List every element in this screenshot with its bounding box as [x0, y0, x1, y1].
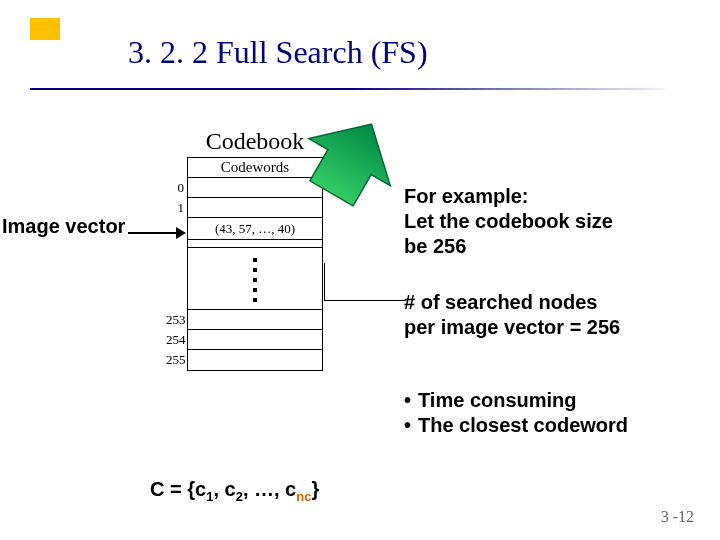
text-line: The closest codeword — [418, 414, 628, 436]
image-vector-label: Image vector — [2, 215, 125, 238]
searched-nodes-text-block: # of searched nodes per image vector = 2… — [404, 290, 620, 340]
bullet-line: •The closest codeword — [404, 413, 628, 438]
table-row: 255 — [188, 350, 322, 370]
table-row — [188, 240, 322, 248]
row-index: 1 — [166, 200, 184, 216]
text-line: For example: — [404, 184, 613, 209]
row-index: 253 — [166, 312, 184, 328]
text-line: per image vector = 256 — [404, 315, 620, 340]
row-index: 254 — [166, 332, 184, 348]
eq-part: C = {c — [150, 478, 206, 500]
page-number: 3 -12 — [661, 508, 694, 526]
row-index: 0 — [166, 180, 184, 196]
text-line: Time consuming — [418, 389, 577, 411]
eq-sub: nc — [296, 489, 311, 504]
eq-sub: 2 — [236, 489, 243, 504]
green-big-arrow-icon — [284, 108, 414, 218]
text-line: be 256 — [404, 234, 613, 259]
connector-line — [324, 300, 406, 301]
codeword-set-equation: C = {c1, c2, …, cnc} — [150, 478, 319, 504]
eq-part: } — [311, 478, 319, 500]
title-bullet-decoration — [30, 18, 60, 40]
eq-part: , …, c — [243, 478, 296, 500]
text-line: Let the codebook size — [404, 209, 613, 234]
notes-text-block: •Time consuming •The closest codeword — [404, 388, 628, 438]
page-title: 3. 2. 2 Full Search (FS) — [128, 34, 428, 71]
example-text-block: For example: Let the codebook size be 25… — [404, 184, 613, 259]
table-row: 254 — [188, 330, 322, 350]
bullet-line: •Time consuming — [404, 388, 628, 413]
vertical-ellipsis — [188, 248, 322, 310]
highlighted-codeword-row: (43, 57, …, 40) — [188, 218, 322, 240]
connector-line — [324, 263, 325, 301]
row-index: 255 — [166, 352, 184, 368]
table-row: 253 — [188, 310, 322, 330]
title-underline — [30, 88, 665, 90]
text-line: # of searched nodes — [404, 290, 620, 315]
eq-part: , c — [213, 478, 235, 500]
svg-marker-0 — [291, 108, 412, 217]
